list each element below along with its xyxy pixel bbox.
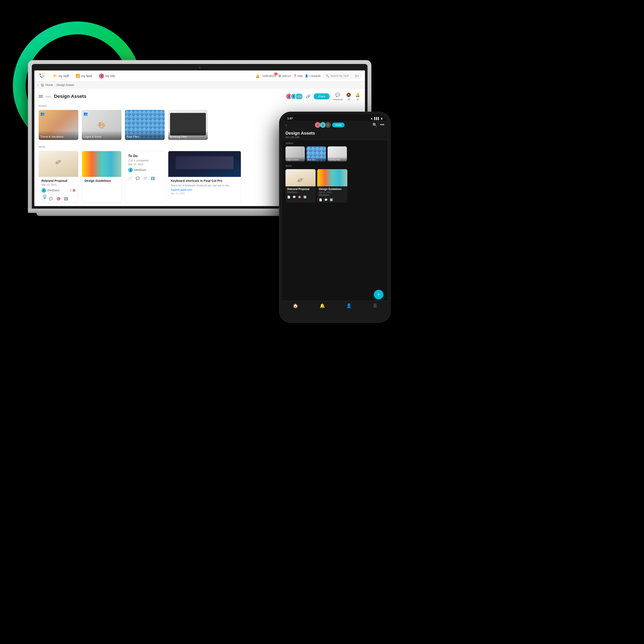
nav-addon[interactable]: ⚙️ add-on — [278, 74, 291, 77]
phone-header-avatars: 👤 👤 2 share — [315, 122, 345, 128]
phone-nav-menu[interactable]: ☰ — [373, 303, 377, 308]
phone-info-icon[interactable]: ℹ️ — [303, 196, 307, 199]
phone-avatar-1: 👤 — [315, 122, 320, 128]
off-action[interactable]: 🔕 off — [346, 92, 352, 101]
item-design-guidelines[interactable]: ••• Design Guidelines — [82, 151, 122, 203]
rebrand-proposal-title: Rebrand Proposal — [41, 179, 76, 182]
phone-design-image — [317, 169, 347, 186]
todo-date: Mar 10, 2021 — [128, 163, 161, 166]
trash-icon[interactable]: 🗑️ — [42, 194, 47, 199]
folder-working-label: Working Files — [168, 131, 208, 140]
avatar-group: 👤 👤 2 total — [286, 93, 303, 100]
todo-author-avatar: 👤 — [128, 168, 133, 172]
on-action[interactable]: 🔔 on — [355, 92, 361, 101]
phone-design-author: ElliotDavis — [319, 194, 346, 196]
phone-item-rebrand[interactable]: Rebrand Proposal ElliotDavis 📄 💬 🎯 ℹ️ — [286, 169, 316, 203]
folder-travel[interactable]: 👥 Travel & Vacations — [39, 110, 78, 140]
svg-point-5 — [41, 77, 43, 78]
item-rebrand-proposal[interactable]: Rebrand Proposal Mar 10, 2021 👤 ElliotDa… — [39, 151, 78, 203]
folder-icon: 📁 — [53, 74, 57, 78]
phone-search-icon[interactable]: 🔍 — [372, 123, 377, 127]
phone-nav-bell[interactable]: 🔔 — [320, 303, 325, 308]
top-navigation: 📁 my stuff 📶 my feed 👤 my info — [34, 70, 365, 82]
design-guidelines-menu[interactable]: ••• — [116, 153, 120, 156]
nav-help[interactable]: ❓ help — [293, 74, 303, 77]
target-action-icon[interactable]: 🎯 — [56, 197, 61, 201]
phone-design-info-icon[interactable]: ℹ️ — [330, 198, 333, 201]
todo-author: 👤 ElliotDavis — [128, 168, 161, 172]
rewards-icon: 👤+ — [305, 74, 310, 77]
comments-action[interactable]: 💬 comments — [333, 92, 343, 101]
todo-heart-icon[interactable]: 🤍 — [143, 176, 147, 180]
folder-logos[interactable]: 🎨 👥 Logos & Icons — [82, 110, 122, 140]
share-button[interactable]: share — [314, 93, 330, 99]
phone-design-comment-icon[interactable]: 💬 — [324, 198, 328, 201]
folder-working[interactable]: Working Files — [168, 110, 208, 140]
search-icon: 🔍 — [326, 74, 329, 77]
nav-my-feed[interactable]: 📶 my feed — [73, 73, 95, 79]
content-header: menu Design Assets 👤 👤 2 total 🔗 share — [39, 92, 361, 101]
phone-title-row: Design Assets you can edit — [282, 130, 388, 140]
laptop-camera — [199, 67, 201, 69]
phone-comment-icon[interactable]: 💬 — [293, 196, 296, 199]
nav-right-actions: 🔔 5 notifications ⚙️ add-on ❓ help — [255, 73, 361, 79]
back-chevron-icon[interactable]: ‹ — [38, 83, 39, 87]
phone-folders-row: Logos & Icons Raw Files Working Files — [282, 146, 388, 164]
folder-travel-label: Travel & Vacations — [39, 131, 78, 140]
phone-file-icon[interactable]: 📄 — [287, 196, 290, 199]
todo-info-icon[interactable]: ℹ️ — [151, 176, 155, 180]
info-action-icon[interactable]: ℹ️ — [64, 197, 68, 201]
phone-folder-logos[interactable]: Logos & Icons — [286, 146, 305, 161]
search-box[interactable]: 🔍 Search My Stuff @▾ — [323, 73, 361, 79]
todo-file-icon[interactable]: 📄 — [128, 176, 132, 180]
nav-rewards[interactable]: 👤+ rewards — [305, 74, 321, 77]
battery-icon: ▮ — [381, 117, 383, 120]
comment-action-icon[interactable]: 💬 — [49, 197, 53, 201]
phone-design-file-icon[interactable]: 📄 — [319, 198, 322, 201]
nav-my-stuff[interactable]: 📁 my stuff — [50, 73, 72, 79]
shared-folder-icon2: 👥 — [84, 112, 88, 116]
phone-rebrand-actions: 📄 💬 🎯 ℹ️ — [286, 195, 316, 200]
menu-button[interactable] — [39, 95, 43, 98]
phone-rebrand-title: Rebrand Proposal — [287, 188, 314, 191]
shared-folder-icon: 👥 — [40, 112, 45, 116]
nav-notifications[interactable]: 🔔 5 notifications — [255, 74, 276, 78]
avatar-count: 2 total — [295, 93, 303, 100]
addon-icon: ⚙️ — [278, 74, 281, 77]
design-guidelines-body: Design Guidelines — [82, 177, 121, 185]
my-info-avatar: 👤 — [99, 73, 104, 79]
phone-folder-working[interactable]: Working Files — [328, 146, 347, 161]
phone-back-button[interactable]: ‹ — [286, 123, 287, 128]
folder-raw-label: Raw Files — [125, 131, 165, 140]
todo-progress: 2 of 4 completed — [128, 159, 161, 162]
design-guidelines-title: Design Guidelines — [85, 179, 119, 182]
phone-item-design[interactable]: Design Guidelines Jan 15, 2021 ElliotDav… — [317, 169, 347, 203]
item-keyboard-shortcuts[interactable]: Keyboard shortcuts in Final Cut Pro See … — [168, 151, 241, 203]
phone-nav-avatar[interactable]: 👤 — [346, 303, 352, 308]
keyboard-shortcuts-title: Keyboard shortcuts in Final Cut Pro — [171, 179, 238, 182]
phone-folder-working-label: Working Files — [328, 157, 347, 161]
folder-raw[interactable]: Raw Files — [125, 110, 165, 140]
bell-icon: 🔔 — [255, 74, 260, 78]
breadcrumb: ‹ 🏠 Home › Design Assets — [34, 82, 365, 88]
phone-target-icon[interactable]: 🎯 — [298, 196, 301, 199]
todo-title: To Do — [128, 154, 161, 158]
help-icon: ❓ — [293, 74, 297, 77]
rebrand-proposal-body: Rebrand Proposal Mar 10, 2021 👤 ElliotDa… — [39, 177, 78, 195]
phone-folder-raw[interactable]: Raw Files — [307, 146, 326, 161]
nav-my-info[interactable]: 👤 my info — [96, 72, 118, 80]
phone-title-group: Design Assets you can edit — [286, 131, 315, 139]
item-todo[interactable]: To Do 2 of 4 completed Mar 10, 2021 👤 El… — [125, 151, 165, 203]
phone-fab-button[interactable]: + — [374, 290, 383, 299]
phone-share-button[interactable]: share — [332, 123, 345, 127]
phone-notch — [322, 312, 348, 318]
comments-icon: 💬 — [335, 92, 341, 98]
keyboard-shortcuts-link[interactable]: support.apple.com — [171, 188, 238, 191]
phone-folders-label: folders — [282, 140, 388, 146]
phone-screen: 1:07 ▲ ▌▌▌ ▮ ‹ 👤 👤 2 share 🔍 ••• — [282, 115, 388, 312]
svg-point-4 — [40, 76, 41, 77]
phone-nav-home[interactable]: 🏠 — [293, 303, 298, 308]
todo-comment-icon[interactable]: 💬 — [136, 176, 140, 180]
phone-more-icon[interactable]: ••• — [380, 123, 384, 127]
link-icon[interactable]: 🔗 — [306, 94, 311, 99]
